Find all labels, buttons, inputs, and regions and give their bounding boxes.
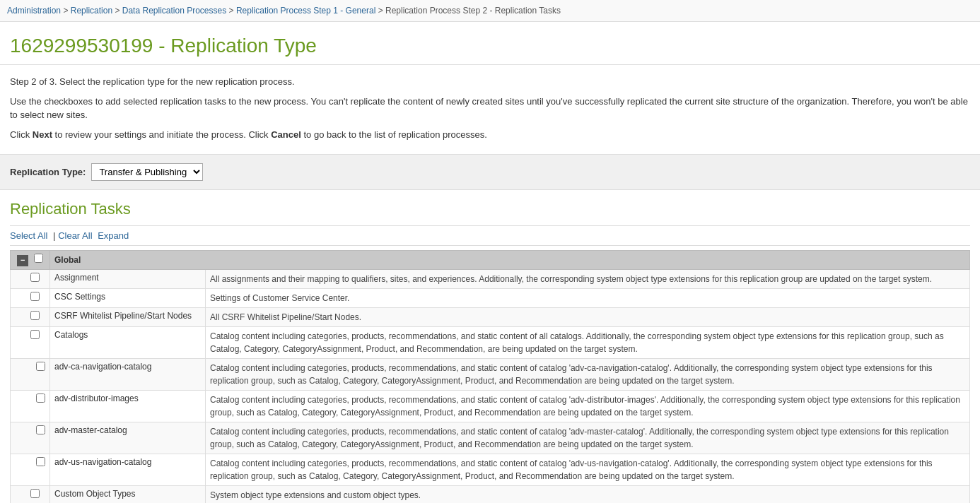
- task-name: adv-master-catalog: [50, 422, 206, 454]
- task-description: Catalog content including categories, pr…: [206, 358, 970, 390]
- task-name: adv-us-navigation-catalog: [50, 454, 206, 485]
- task-checkbox-cell: [11, 269, 50, 288]
- clear-all-link[interactable]: Clear All: [58, 230, 92, 241]
- task-custom-object-types-checkbox[interactable]: [30, 489, 40, 498]
- task-checkbox-cell: [11, 288, 50, 307]
- breadcrumb: Administration > Replication > Data Repl…: [0, 0, 980, 22]
- task-assignment-checkbox[interactable]: [30, 273, 40, 282]
- task-description: System object type extensions and custom…: [206, 485, 970, 503]
- task-checkbox-cell: [11, 358, 50, 390]
- task-adv-us-nav-catalog-checkbox[interactable]: [36, 457, 45, 466]
- tasks-table: − Global Assignment All assignments and …: [10, 250, 970, 503]
- breadcrumb-step1[interactable]: Replication Process Step 1 - General: [236, 6, 375, 16]
- breadcrumb-data-replication-processes[interactable]: Data Replication Processes: [122, 6, 226, 16]
- tasks-section: Replication Tasks Select All | Clear All…: [0, 190, 980, 503]
- group-collapse-cell: −: [11, 251, 50, 270]
- page-title: 1629299530199 - Replication Type: [10, 35, 970, 57]
- task-description: Settings of Customer Service Center.: [206, 288, 970, 307]
- task-checkbox-cell: [11, 390, 50, 422]
- page-header: 1629299530199 - Replication Type: [0, 22, 980, 65]
- task-description: Catalog content including categories, pr…: [206, 454, 970, 485]
- table-row: adv-master-catalog Catalog content inclu…: [11, 422, 970, 454]
- task-name: adv-distributor-images: [50, 390, 206, 422]
- select-all-link[interactable]: Select All: [10, 230, 47, 241]
- tasks-actions: Select All | Clear All Expand: [10, 225, 970, 246]
- replication-type-section: Replication Type: Transfer & Publishing …: [0, 155, 980, 190]
- task-csrf-checkbox[interactable]: [30, 311, 40, 320]
- instruction1: Use the checkboxes to add selected repli…: [10, 95, 970, 122]
- task-description: Catalog content including categories, pr…: [206, 326, 970, 358]
- group-row-global: − Global: [11, 251, 970, 270]
- breadcrumb-replication[interactable]: Replication: [71, 6, 112, 16]
- task-adv-distributor-images-checkbox[interactable]: [36, 393, 45, 403]
- tasks-title: Replication Tasks: [10, 200, 970, 218]
- table-row: adv-us-navigation-catalog Catalog conten…: [11, 454, 970, 485]
- expand-link[interactable]: Expand: [98, 230, 129, 241]
- task-checkbox-cell: [11, 307, 50, 326]
- task-name: CSRF Whitelist Pipeline/Start Nodes: [50, 307, 206, 326]
- task-adv-ca-nav-catalog-checkbox[interactable]: [36, 362, 45, 371]
- task-checkbox-cell: [11, 454, 50, 485]
- task-name: Assignment: [50, 269, 206, 288]
- task-description: All assignments and their mapping to qua…: [206, 269, 970, 288]
- task-name: adv-ca-navigation-catalog: [50, 358, 206, 390]
- group-global-checkbox[interactable]: [34, 254, 43, 263]
- group-label: Global: [50, 251, 970, 270]
- task-checkbox-cell: [11, 422, 50, 454]
- replication-type-select[interactable]: Transfer & Publishing Export Search Inde…: [91, 163, 203, 181]
- task-csc-settings-checkbox[interactable]: [30, 292, 40, 301]
- table-row: Catalogs Catalog content including categ…: [11, 326, 970, 358]
- table-row: adv-distributor-images Catalog content i…: [11, 390, 970, 422]
- task-name: Catalogs: [50, 326, 206, 358]
- replication-type-label: Replication Type:: [10, 167, 86, 177]
- table-row: CSRF Whitelist Pipeline/Start Nodes All …: [11, 307, 970, 326]
- table-row: CSC Settings Settings of Customer Servic…: [11, 288, 970, 307]
- task-name: CSC Settings: [50, 288, 206, 307]
- task-description: All CSRF Whitelist Pipeline/Start Nodes.: [206, 307, 970, 326]
- task-adv-master-catalog-checkbox[interactable]: [36, 425, 45, 434]
- task-checkbox-cell: [11, 485, 50, 503]
- table-row: adv-ca-navigation-catalog Catalog conten…: [11, 358, 970, 390]
- task-catalogs-checkbox[interactable]: [30, 330, 40, 339]
- step-info: Step 2 of 3. Select the replication type…: [10, 75, 970, 89]
- task-checkbox-cell: [11, 326, 50, 358]
- instruction2: Click Next to review your settings and i…: [10, 128, 970, 142]
- collapse-button[interactable]: −: [17, 255, 28, 266]
- breadcrumb-administration[interactable]: Administration: [7, 6, 61, 16]
- task-description: Catalog content including categories, pr…: [206, 390, 970, 422]
- instructions: Step 2 of 3. Select the replication type…: [0, 65, 980, 155]
- table-row: Assignment All assignments and their map…: [11, 269, 970, 288]
- task-name: Custom Object Types: [50, 485, 206, 503]
- task-description: Catalog content including categories, pr…: [206, 422, 970, 454]
- table-row: Custom Object Types System object type e…: [11, 485, 970, 503]
